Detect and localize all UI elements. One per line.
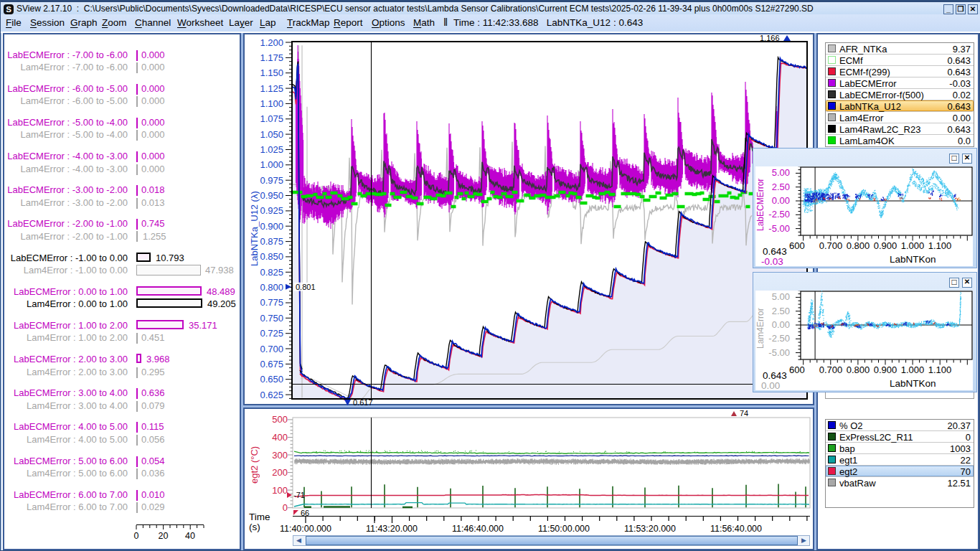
svg-text:11:43:20.000: 11:43:20.000 [366, 524, 418, 534]
svg-text:11:50:00.000: 11:50:00.000 [538, 524, 590, 534]
svg-text:11:53:20.000: 11:53:20.000 [624, 524, 676, 534]
svg-text:74: 74 [740, 409, 748, 418]
svg-text:1.166: 1.166 [760, 34, 780, 42]
svg-text:-71: -71 [293, 491, 305, 499]
svg-text:11:56:40.000: 11:56:40.000 [710, 524, 762, 534]
svg-text:0.801: 0.801 [296, 283, 316, 291]
svg-text:11:40:00.000: 11:40:00.000 [280, 524, 331, 534]
svg-text:11:46:40.000: 11:46:40.000 [452, 524, 504, 534]
svg-text:0.617: 0.617 [353, 398, 373, 405]
